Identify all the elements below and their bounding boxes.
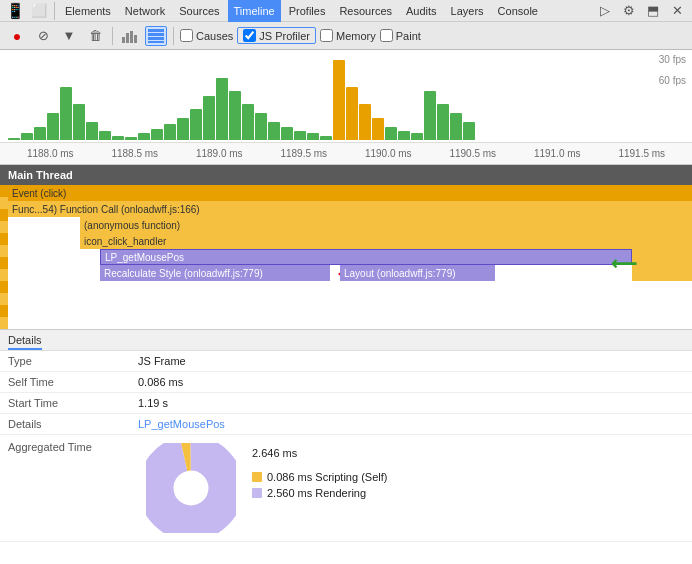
aggregated-content: 2.646 ms 0.086 ms Scripting (Self) 2.560… bbox=[130, 435, 692, 542]
timeline-bar bbox=[216, 78, 228, 140]
timeline-bar bbox=[164, 124, 176, 140]
js-profiler-checkbox[interactable]: JS Profiler bbox=[237, 27, 316, 44]
timeline-bar bbox=[177, 118, 189, 140]
table-row: Type JS Frame bbox=[0, 351, 692, 372]
icon-click-handler-bar[interactable]: icon_click_handler bbox=[80, 233, 632, 249]
timeline-bar bbox=[307, 133, 319, 140]
menu-layers[interactable]: Layers bbox=[445, 0, 490, 22]
toolbar: ● ⊘ ▼ 🗑 Causes JS Profiler Memory Paint bbox=[0, 22, 692, 50]
stop-button[interactable]: ⊘ bbox=[32, 26, 54, 46]
timeline-bar bbox=[463, 122, 475, 140]
time-0: 1188.0 ms bbox=[8, 148, 93, 159]
timeline-bar bbox=[450, 113, 462, 140]
filter-button[interactable]: ▼ bbox=[58, 26, 80, 46]
causes-checkbox[interactable]: Causes bbox=[180, 29, 233, 42]
details-tab[interactable]: Details bbox=[0, 330, 692, 351]
layout-bar[interactable]: Layout (onloadwff.js:779) bbox=[340, 265, 495, 281]
menu-console[interactable]: Console bbox=[492, 0, 544, 22]
menu-profiles[interactable]: Profiles bbox=[283, 0, 332, 22]
flame-chart[interactable]: Event (click) Func...54) Function Call (… bbox=[0, 185, 692, 330]
svg-rect-7 bbox=[148, 41, 164, 43]
timeline-bar bbox=[34, 127, 46, 140]
devtools-window: 📱 ⬜ Elements Network Sources Timeline Pr… bbox=[0, 0, 692, 564]
legend: 0.086 ms Scripting (Self) 2.560 ms Rende… bbox=[252, 463, 387, 499]
recalc-style-bar[interactable]: Recalculate Style (onloadwff.js:779) bbox=[100, 265, 330, 281]
timeline-chart[interactable]: 30 fps 60 fps 1188.0 ms 1188.5 ms 1189.0… bbox=[0, 50, 692, 165]
svg-rect-0 bbox=[122, 37, 125, 43]
details-table: Type JS Frame Self Time 0.086 ms Start T… bbox=[0, 351, 692, 542]
trash-button[interactable]: 🗑 bbox=[84, 26, 106, 46]
func-call-bar[interactable]: Func...54) Function Call (onloadwff.js:1… bbox=[8, 201, 632, 217]
timeline-bar bbox=[138, 133, 150, 140]
timeline-bar bbox=[333, 60, 345, 140]
memory-checkbox[interactable]: Memory bbox=[320, 29, 376, 42]
timeline-bar bbox=[73, 104, 85, 140]
bar-chart-button[interactable] bbox=[119, 26, 141, 46]
menu-elements[interactable]: Elements bbox=[59, 0, 117, 22]
timeline-bar bbox=[398, 131, 410, 140]
svg-point-8 bbox=[156, 453, 226, 523]
self-time-value: 0.086 ms bbox=[130, 372, 692, 393]
self-time-label: Self Time bbox=[0, 372, 130, 393]
timeline-bar bbox=[190, 109, 202, 140]
record-button[interactable]: ● bbox=[6, 26, 28, 46]
rendering-label: 2.560 ms Rendering bbox=[267, 487, 366, 499]
total-value: 2.646 ms bbox=[252, 443, 387, 459]
event-click-bar[interactable]: Event (click) bbox=[8, 185, 692, 201]
menu-sources[interactable]: Sources bbox=[173, 0, 225, 22]
timeline-bar bbox=[125, 137, 137, 140]
timeline-bars bbox=[0, 54, 692, 140]
execute-icon[interactable]: ▷ bbox=[594, 1, 616, 21]
svg-rect-4 bbox=[148, 29, 164, 32]
timeline-bar bbox=[242, 104, 254, 140]
cursor-icon[interactable]: ⬜ bbox=[28, 1, 50, 21]
mobile-icon[interactable]: 📱 bbox=[4, 1, 26, 21]
legend-rendering: 2.560 ms Rendering bbox=[252, 487, 387, 499]
menu-network[interactable]: Network bbox=[119, 0, 171, 22]
details-section: Details Type JS Frame Self Time 0.086 ms… bbox=[0, 330, 692, 564]
timeline-bar bbox=[437, 104, 449, 140]
rendering-dot bbox=[252, 488, 262, 498]
menu-audits[interactable]: Audits bbox=[400, 0, 443, 22]
aggregated-legend: 2.646 ms 0.086 ms Scripting (Self) 2.560… bbox=[252, 443, 387, 499]
type-value: JS Frame bbox=[130, 351, 692, 372]
menu-resources[interactable]: Resources bbox=[333, 0, 398, 22]
table-row: Aggregated Time 2.646 ms bbox=[0, 435, 692, 542]
paint-checkbox[interactable]: Paint bbox=[380, 29, 421, 42]
timeline-bar bbox=[281, 127, 293, 140]
anon-func-bar[interactable]: (anonymous function) bbox=[80, 217, 632, 233]
lp-link[interactable]: LP_getMousePos bbox=[138, 418, 225, 430]
time-6: 1191.0 ms bbox=[515, 148, 600, 159]
aggregated-row: 2.646 ms 0.086 ms Scripting (Self) 2.560… bbox=[138, 439, 684, 537]
timeline-bar bbox=[151, 129, 163, 140]
legend-scripting: 0.086 ms Scripting (Self) bbox=[252, 471, 387, 483]
timeline-bar bbox=[21, 133, 33, 140]
timeline-bar bbox=[359, 104, 371, 140]
timeline-bar bbox=[112, 136, 124, 140]
settings-icon[interactable]: ⚙ bbox=[618, 1, 640, 21]
lp-getmousepos-bar[interactable]: LP_getMousePos bbox=[100, 249, 632, 265]
timeline-bar bbox=[268, 122, 280, 140]
pie-chart bbox=[146, 443, 236, 533]
menu-timeline[interactable]: Timeline bbox=[228, 0, 281, 22]
left-bars bbox=[0, 185, 8, 329]
details-label: Details bbox=[0, 414, 130, 435]
timeline-bar bbox=[372, 118, 384, 140]
timeline-bar bbox=[294, 131, 306, 140]
time-axis: 1188.0 ms 1188.5 ms 1189.0 ms 1189.5 ms … bbox=[0, 142, 692, 164]
dock-icon[interactable]: ⬒ bbox=[642, 1, 664, 21]
start-time-label: Start Time bbox=[0, 393, 130, 414]
timeline-bar bbox=[411, 133, 423, 140]
svg-rect-2 bbox=[130, 31, 133, 43]
time-3: 1189.5 ms bbox=[262, 148, 347, 159]
svg-rect-1 bbox=[126, 33, 129, 43]
timeline-bar bbox=[60, 87, 72, 140]
close-icon[interactable]: ✕ bbox=[666, 1, 688, 21]
timeline-bar bbox=[229, 91, 241, 140]
table-row: Start Time 1.19 s bbox=[0, 393, 692, 414]
main-thread-label: Main Thread bbox=[8, 169, 73, 181]
timeline-view-button[interactable] bbox=[145, 26, 167, 46]
svg-rect-3 bbox=[134, 35, 137, 43]
start-time-value: 1.19 s bbox=[130, 393, 692, 414]
time-4: 1190.0 ms bbox=[346, 148, 431, 159]
